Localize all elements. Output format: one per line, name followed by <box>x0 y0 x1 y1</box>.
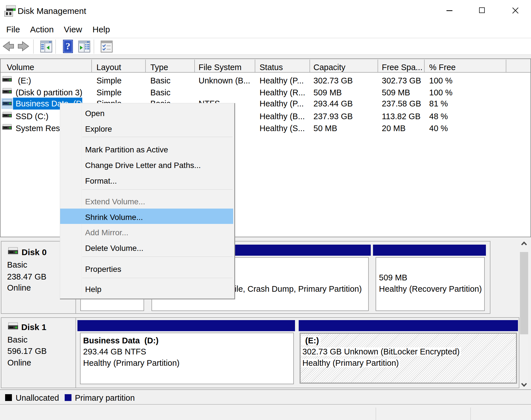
svg-text:?: ? <box>66 41 70 51</box>
